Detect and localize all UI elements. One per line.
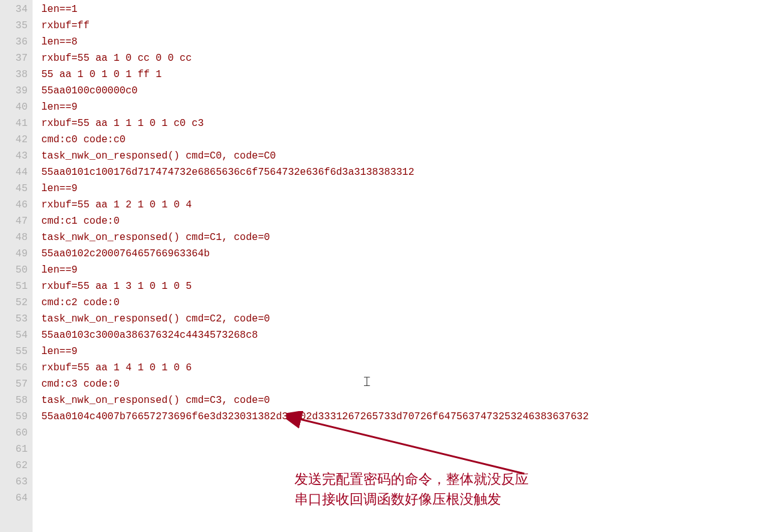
code-line[interactable]: cmd:c2 code:0 [41,295,773,311]
line-number: 50 [3,262,28,278]
line-number: 48 [3,229,28,246]
line-number: 54 [3,327,28,343]
line-number: 59 [3,409,28,425]
code-line[interactable]: task_nwk_on_responsed() cmd=C3, code=0 [41,392,773,409]
line-number: 40 [3,99,28,115]
line-number: 37 [3,50,28,66]
line-number: 41 [3,115,28,132]
code-line[interactable]: len==1 [41,1,773,18]
code-line[interactable]: 55aa0100c00000c0 [41,83,773,99]
code-line[interactable]: cmd:c0 code:c0 [41,132,773,148]
line-number: 58 [3,392,28,409]
line-number: 52 [3,295,28,311]
code-line[interactable]: len==8 [41,34,773,50]
line-number: 53 [3,311,28,327]
line-number: 61 [3,441,28,457]
code-line[interactable]: rxbuf=ff [41,18,773,34]
code-line[interactable]: 55aa0104c4007b76657273696f6e3d323031382d… [41,409,773,425]
code-line[interactable] [41,441,773,457]
line-number: 51 [3,278,28,295]
code-line[interactable]: rxbuf=55 aa 1 2 1 0 1 0 4 [41,197,773,213]
line-number: 46 [3,197,28,213]
line-number: 56 [3,360,28,376]
line-number: 35 [3,18,28,34]
code-line[interactable]: task_nwk_on_responsed() cmd=C2, code=0 [41,311,773,327]
code-line[interactable]: rxbuf=55 aa 1 4 1 0 1 0 6 [41,360,773,376]
code-line[interactable] [41,425,773,441]
annotation-text: 发送完配置密码的命令，整体就没反应 串口接收回调函数好像压根没触发 [294,469,529,509]
line-number: 38 [3,66,28,83]
line-number: 44 [3,164,28,180]
code-line[interactable]: rxbuf=55 aa 1 3 1 0 1 0 5 [41,278,773,295]
code-line[interactable]: 55 aa 1 0 1 0 1 ff 1 [41,66,773,83]
line-number: 63 [3,474,28,490]
code-line[interactable]: task_nwk_on_responsed() cmd=C0, code=C0 [41,148,773,164]
code-line[interactable]: 55aa0103c3000a386376324c4434573268c8 [41,327,773,343]
line-number: 60 [3,425,28,441]
code-line[interactable]: len==9 [41,343,773,360]
line-number: 42 [3,132,28,148]
code-line[interactable]: cmd:c3 code:0 [41,376,773,392]
code-line[interactable]: len==9 [41,180,773,197]
line-number: 55 [3,343,28,360]
text-cursor-icon: 𝙸 [362,373,372,390]
code-line[interactable]: cmd:c1 code:0 [41,213,773,229]
line-number: 47 [3,213,28,229]
code-line[interactable]: task_nwk_on_responsed() cmd=C1, code=0 [41,229,773,246]
line-number: 49 [3,246,28,262]
line-number: 36 [3,34,28,50]
code-editor: 3435363738394041424344454647484950515253… [0,0,773,532]
code-line[interactable]: len==9 [41,262,773,278]
annotation-line1: 发送完配置密码的命令，整体就没反应 [294,469,529,489]
code-line[interactable]: 55aa0102c200076465766963364b [41,246,773,262]
line-number: 62 [3,457,28,474]
line-number-gutter: 3435363738394041424344454647484950515253… [0,0,33,532]
code-line[interactable]: rxbuf=55 aa 1 1 1 0 1 c0 c3 [41,115,773,132]
code-line[interactable]: len==9 [41,99,773,115]
code-line[interactable]: rxbuf=55 aa 1 0 cc 0 0 cc [41,50,773,66]
annotation-line2: 串口接收回调函数好像压根没触发 [294,489,529,509]
line-number: 34 [3,1,28,18]
code-content[interactable]: len==1rxbuf=fflen==8rxbuf=55 aa 1 0 cc 0… [33,0,773,532]
line-number: 39 [3,83,28,99]
line-number: 57 [3,376,28,392]
line-number: 43 [3,148,28,164]
line-number: 45 [3,180,28,197]
code-line[interactable]: 55aa0101c100176d717474732e6865636c6f7564… [41,164,773,180]
line-number: 64 [3,490,28,506]
